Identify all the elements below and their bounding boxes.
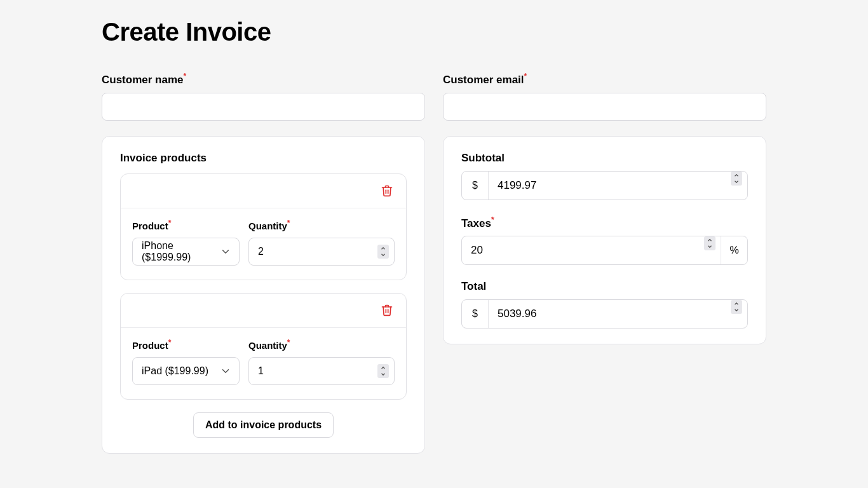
taxes-input[interactable] bbox=[462, 236, 699, 264]
quantity-input[interactable] bbox=[249, 238, 394, 265]
page-title: Create Invoice bbox=[102, 18, 834, 46]
required-asterisk: * bbox=[183, 72, 186, 81]
chevron-down-icon bbox=[733, 179, 740, 185]
product-select[interactable]: iPad ($199.99) bbox=[132, 357, 240, 385]
product-label: Product* bbox=[132, 219, 240, 231]
quantity-stepper[interactable] bbox=[377, 245, 389, 259]
quantity-input[interactable] bbox=[249, 358, 394, 384]
percent-suffix: % bbox=[721, 236, 747, 264]
product-label: Product* bbox=[132, 338, 240, 351]
delete-product-button[interactable] bbox=[379, 183, 395, 200]
totals-card: Subtotal $ Taxes* bbox=[443, 136, 766, 345]
total-input[interactable] bbox=[489, 300, 726, 328]
currency-prefix: $ bbox=[462, 300, 489, 328]
chevron-down-icon bbox=[220, 365, 231, 377]
chevron-down-icon bbox=[707, 243, 713, 250]
invoice-product-row: Product* iPad ($199.99) Quantity* bbox=[120, 293, 407, 400]
customer-email-label: Customer email* bbox=[443, 72, 766, 86]
chevron-down-icon bbox=[380, 252, 386, 258]
chevron-up-icon bbox=[707, 237, 713, 243]
total-stepper[interactable] bbox=[731, 300, 742, 314]
chevron-down-icon bbox=[733, 307, 740, 313]
invoice-product-row: Product* iPhone ($1999.99) Quantity* bbox=[120, 173, 407, 280]
chevron-down-icon bbox=[220, 246, 231, 257]
customer-email-input[interactable] bbox=[443, 93, 766, 121]
subtotal-input[interactable] bbox=[489, 172, 726, 200]
currency-prefix: $ bbox=[462, 172, 489, 200]
trash-icon bbox=[381, 184, 393, 197]
chevron-up-icon bbox=[733, 301, 740, 307]
delete-product-button[interactable] bbox=[379, 302, 395, 320]
quantity-stepper[interactable] bbox=[377, 364, 389, 378]
customer-name-input[interactable] bbox=[102, 93, 425, 121]
product-select[interactable]: iPhone ($1999.99) bbox=[132, 238, 240, 266]
taxes-stepper[interactable] bbox=[704, 236, 715, 250]
add-product-button[interactable]: Add to invoice products bbox=[193, 412, 334, 438]
subtotal-label: Subtotal bbox=[461, 152, 748, 165]
quantity-label: Quantity* bbox=[248, 338, 395, 351]
chevron-up-icon bbox=[380, 245, 386, 252]
chevron-down-icon bbox=[380, 371, 386, 377]
trash-icon bbox=[381, 304, 393, 316]
chevron-up-icon bbox=[380, 365, 386, 371]
customer-name-label: Customer name* bbox=[102, 72, 425, 86]
taxes-label: Taxes* bbox=[461, 215, 748, 230]
invoice-products-card: Invoice products Product* iPhone ($1999.… bbox=[102, 136, 425, 454]
quantity-label: Quantity* bbox=[248, 219, 395, 231]
total-label: Total bbox=[461, 280, 748, 293]
chevron-up-icon bbox=[733, 172, 740, 179]
required-asterisk: * bbox=[524, 72, 527, 81]
subtotal-stepper[interactable] bbox=[731, 172, 742, 186]
invoice-products-title: Invoice products bbox=[120, 152, 407, 165]
